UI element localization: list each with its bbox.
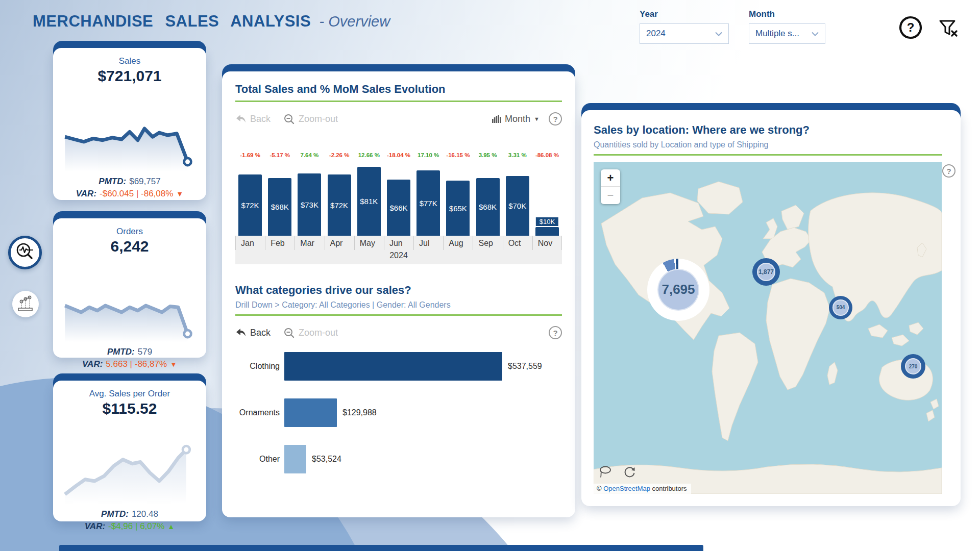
sales-bar-oct[interactable]: $70K bbox=[506, 176, 529, 236]
category-label: Ornaments bbox=[235, 408, 284, 417]
map-bubble-value: 270 bbox=[905, 358, 922, 375]
category-value-label: $53,524 bbox=[312, 455, 341, 464]
month-axis-label: Mar bbox=[295, 236, 324, 250]
month-filter-label: Month bbox=[749, 9, 825, 19]
granularity-label: Month bbox=[505, 114, 530, 124]
back-label: Back bbox=[250, 114, 271, 124]
sales-bar-aug[interactable]: $65K bbox=[446, 181, 470, 236]
map-bubble[interactable]: 7,695 bbox=[647, 259, 709, 321]
back-button[interactable]: Back bbox=[235, 114, 271, 124]
x-axis-band: JanFebMarAprMayJunJulAugSepOctNov 2024 bbox=[235, 236, 562, 264]
openstreetmap-link[interactable]: OpenStreetMap bbox=[603, 485, 650, 492]
map-bubble[interactable]: 1,877 bbox=[752, 258, 780, 286]
bar-column: $68K bbox=[473, 163, 502, 236]
category-bar-clothing[interactable] bbox=[284, 352, 502, 381]
world-map bbox=[594, 162, 942, 494]
sales-bar-mar[interactable]: $73K bbox=[298, 173, 321, 236]
mom-percent-label: -86.08 % bbox=[532, 152, 562, 163]
map-help-icon[interactable]: ? bbox=[942, 164, 955, 178]
category-row-clothing: Clothing$537,559 bbox=[235, 350, 562, 382]
zoom-out-button[interactable]: Zoom-out bbox=[284, 328, 338, 338]
sales-bar-jun[interactable]: $66K bbox=[387, 180, 410, 236]
month-dropdown[interactable]: Multiple s... bbox=[749, 23, 825, 44]
map-zoom-control: + − bbox=[601, 169, 620, 204]
year-dropdown[interactable]: 2024 bbox=[640, 23, 729, 44]
evolution-toolbar: Back Zoom-out bbox=[235, 109, 562, 129]
sales-bar-sep[interactable]: $68K bbox=[476, 178, 500, 236]
bar-value-label: $68K bbox=[479, 203, 497, 211]
bar-column: $77K bbox=[413, 163, 443, 236]
sales-bar-may[interactable]: $81K bbox=[357, 167, 381, 236]
kpi-value: $721,071 bbox=[97, 67, 161, 85]
map-bubble[interactable]: 504 bbox=[829, 296, 852, 319]
kpi-var-label: VAR: bbox=[85, 521, 105, 531]
page-title-main: MERCHANDISE SALES ANALYSIS bbox=[33, 12, 311, 30]
help-icon[interactable]: ? bbox=[898, 15, 923, 42]
sales-evolution-panel-body: Total Sales and % MoM Sales Evolution Ba… bbox=[222, 71, 575, 517]
kpi-var-row: VAR:5.663 | -86,87%▼ bbox=[82, 359, 177, 369]
triangle-down-icon: ▼ bbox=[170, 360, 177, 368]
sales-bar-apr[interactable]: $72K bbox=[328, 174, 351, 236]
mom-percent-label: 12.66 % bbox=[354, 152, 384, 163]
year-filter: Year 2024 bbox=[640, 9, 729, 44]
nav-chart-icon[interactable] bbox=[12, 291, 39, 317]
kpi-value: $115.52 bbox=[103, 400, 157, 417]
attribution-suffix: contributors bbox=[650, 485, 687, 492]
lasso-select-icon[interactable] bbox=[599, 465, 612, 481]
zoom-out-label: Zoom-out bbox=[299, 114, 338, 124]
kpi-var-label: VAR: bbox=[82, 359, 103, 369]
sales-by-location-panel-body: Sales by location: Where are we strong? … bbox=[581, 110, 961, 506]
granularity-selector[interactable]: Month ▼ bbox=[492, 114, 540, 124]
map-zoom-in-button[interactable]: + bbox=[601, 169, 620, 187]
triangle-down-icon: ▼ bbox=[176, 190, 183, 198]
month-axis-label: Nov bbox=[532, 236, 562, 250]
mom-percent-label: 3.31 % bbox=[503, 152, 532, 163]
month-axis: JanFebMarAprMayJunJulAugSepOctNov bbox=[235, 236, 562, 250]
nav-insights-magnifier-icon[interactable] bbox=[8, 236, 42, 269]
sales-evolution-title: Total Sales and % MoM Sales Evolution bbox=[235, 83, 562, 96]
month-axis-label: Apr bbox=[325, 236, 354, 250]
refresh-icon[interactable] bbox=[623, 465, 636, 481]
svg-text:?: ? bbox=[907, 20, 915, 34]
bar-column: $73K bbox=[295, 163, 324, 236]
clear-filters-icon[interactable] bbox=[937, 17, 959, 41]
kpi-title: Avg. Sales per Order bbox=[89, 389, 170, 399]
categories-toolbar: Back Zoom-out ? bbox=[235, 323, 562, 342]
map-bubble[interactable]: 270 bbox=[901, 354, 925, 379]
chart-help-icon[interactable]: ? bbox=[549, 112, 562, 126]
kpi-var-value: -$60.045 | -86,08% bbox=[100, 189, 173, 198]
kpi-sparkline bbox=[62, 421, 197, 504]
sales-bar-feb[interactable]: $68K bbox=[268, 178, 291, 236]
kpi-card-sales: Sales$721,071PMTD:$69,757VAR:-$60.045 | … bbox=[53, 41, 206, 200]
bar-value-label: $70K bbox=[508, 202, 526, 210]
bar-value-label: $72K bbox=[330, 201, 348, 210]
column-chart-icon bbox=[492, 115, 501, 123]
kpi-sparkline bbox=[62, 259, 197, 342]
map-title: Sales by location: Where are we strong? bbox=[594, 123, 942, 137]
bar-value-label: $73K bbox=[301, 201, 318, 209]
category-bar-ornaments[interactable] bbox=[284, 398, 337, 427]
chart-help-icon[interactable]: ? bbox=[549, 326, 562, 339]
mom-percent-label: 3.95 % bbox=[473, 152, 502, 163]
zoom-out-button[interactable]: Zoom-out bbox=[284, 114, 338, 124]
kpi-pmtd-label: PMTD: bbox=[99, 177, 126, 186]
kpi-pmtd-value: $69,757 bbox=[129, 177, 160, 186]
bar-value-label: $77K bbox=[420, 199, 437, 208]
kpi-card-orders: Orders6,242PMTD:579VAR:5.663 | -86,87%▼ bbox=[53, 211, 206, 358]
month-axis-label: Oct bbox=[503, 236, 532, 250]
sales-bar-jan[interactable]: $72K bbox=[238, 174, 262, 236]
caret-down-icon: ▼ bbox=[534, 116, 540, 122]
map-canvas[interactable]: 7,6951,877504270 + − bbox=[594, 162, 942, 494]
month-filter: Month Multiple s... bbox=[749, 9, 825, 44]
sales-bar-nov[interactable] bbox=[535, 227, 559, 236]
category-bar-other[interactable] bbox=[284, 445, 306, 473]
kpi-var-row: VAR:-$60.045 | -86,08%▼ bbox=[76, 189, 183, 199]
categories-title: What categories drive our sales? bbox=[235, 284, 562, 297]
sales-bar-jul[interactable]: $77K bbox=[416, 170, 440, 236]
map-attribution: © OpenStreetMap contributors bbox=[594, 484, 691, 494]
undo-arrow-icon bbox=[235, 114, 246, 123]
bar-column: $72K bbox=[325, 163, 354, 236]
map-tools bbox=[599, 465, 636, 481]
back-button[interactable]: Back bbox=[235, 328, 271, 338]
map-zoom-out-button[interactable]: − bbox=[601, 187, 620, 204]
